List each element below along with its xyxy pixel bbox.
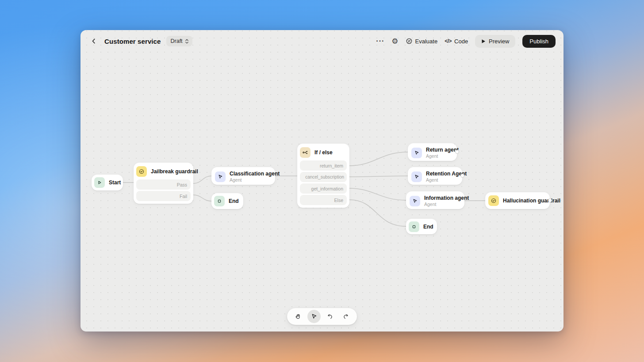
edge-else-end (349, 200, 406, 226)
branch-cancel-subscription[interactable]: cancel_subscription (300, 172, 347, 182)
node-title: Classification agent (230, 171, 280, 177)
undo-icon (326, 313, 334, 320)
back-button[interactable] (88, 36, 99, 46)
node-subtitle: Agent (426, 177, 467, 183)
branch-fail[interactable]: Fail (136, 191, 191, 201)
redo-icon (342, 313, 349, 320)
publish-label: Publish (529, 38, 548, 45)
branch-get-information[interactable]: get_information (300, 183, 347, 194)
agent-cursor-icon (411, 171, 422, 182)
pan-hand-tool[interactable] (291, 310, 305, 323)
edge-returnitem-returnagent (349, 152, 408, 166)
node-retention-agent[interactable]: Retention Agent Agent (408, 167, 462, 185)
node-hallucination-guardrail[interactable]: Hallucination guardrail (485, 192, 550, 209)
agent-builder-window: Customer service Draft ··· ⚙ Evaluate </… (80, 30, 564, 332)
connection-port[interactable] (455, 150, 459, 154)
canvas-toolbar (287, 308, 357, 325)
node-subtitle: Agent (426, 153, 459, 159)
connection-port[interactable] (548, 198, 552, 202)
page-title: Customer service (104, 38, 161, 45)
stop-square-icon (409, 221, 419, 232)
node-end-left[interactable]: End (211, 193, 243, 209)
evaluate-button[interactable]: Evaluate (406, 38, 438, 45)
agent-cursor-icon (411, 148, 422, 158)
evaluate-gauge-icon (406, 38, 413, 45)
settings-gear-button[interactable]: ⚙ (391, 37, 398, 46)
node-title: If / else (314, 149, 333, 156)
branch-return-item[interactable]: return_item (300, 160, 347, 171)
evaluate-label: Evaluate (415, 38, 438, 45)
stop-square-icon (214, 196, 225, 206)
node-start[interactable]: Start (92, 175, 123, 191)
chevron-up-down-icon (185, 38, 189, 44)
preview-button[interactable]: Preview (475, 35, 515, 48)
node-classification-agent[interactable]: Classification agent Agent (211, 167, 275, 185)
node-label: Start (109, 179, 121, 186)
edge-getinfo-information (349, 188, 406, 200)
header: Customer service Draft ··· ⚙ Evaluate </… (80, 30, 564, 52)
cursor-icon (310, 313, 318, 320)
branch-split-icon (300, 147, 310, 158)
guardrail-check-icon (488, 195, 499, 206)
redo-button[interactable] (339, 310, 353, 323)
agent-cursor-icon (215, 171, 226, 182)
select-cursor-tool[interactable] (307, 310, 321, 323)
branch-else[interactable]: Else (300, 195, 347, 205)
node-label: End (229, 198, 239, 204)
edge-fail-end (193, 195, 211, 201)
overflow-menu-button[interactable]: ··· (376, 37, 384, 45)
status-dropdown[interactable]: Draft (166, 36, 192, 46)
node-if-else[interactable]: If / else return_item cancel_subscriptio… (297, 144, 349, 208)
play-icon (94, 177, 105, 188)
node-information-agent[interactable]: Information agent Agent (406, 191, 464, 209)
hand-icon (295, 313, 302, 320)
node-title: Return agent (426, 147, 459, 153)
status-label: Draft (171, 38, 183, 44)
undo-button[interactable] (323, 310, 337, 323)
node-subtitle: Agent (230, 177, 280, 183)
edge-cancel-retention (349, 176, 408, 177)
publish-button[interactable]: Publish (522, 35, 556, 48)
agent-cursor-icon (410, 196, 420, 206)
code-label: Code (454, 38, 468, 45)
node-label: End (423, 224, 433, 230)
node-return-agent[interactable]: Return agent Agent (408, 143, 457, 161)
preview-label: Preview (489, 38, 509, 45)
node-end-right[interactable]: End (406, 219, 437, 234)
code-icon: </> (445, 38, 452, 44)
code-button[interactable]: </> Code (445, 38, 468, 45)
branch-pass[interactable]: Pass (136, 179, 191, 190)
play-icon (481, 39, 486, 44)
node-subtitle: Agent (424, 202, 469, 207)
guardrail-check-icon (136, 166, 147, 177)
edge-pass-classification (193, 176, 211, 183)
node-title: Information agent (424, 195, 469, 201)
node-title: Jailbreak guardrail (151, 168, 198, 175)
chevron-left-icon (90, 38, 97, 45)
connection-port[interactable] (460, 174, 464, 178)
node-jailbreak-guardrail[interactable]: Jailbreak guardrail Pass Fail (134, 163, 193, 204)
